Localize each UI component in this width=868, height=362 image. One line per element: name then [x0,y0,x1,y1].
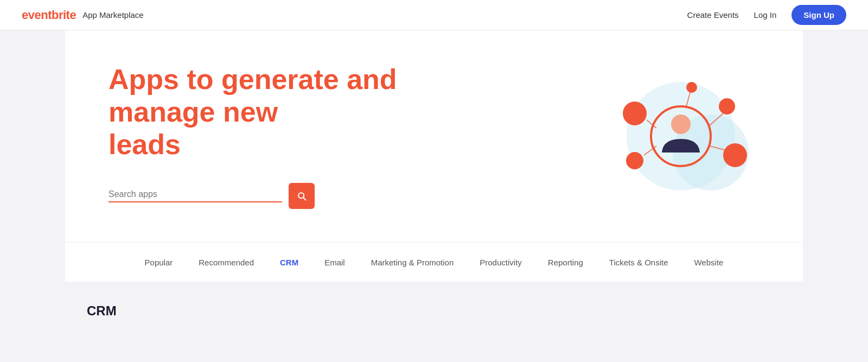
create-events-link[interactable]: Create Events [687,10,739,20]
hero-title: Apps to generate and manage newleads [108,63,434,161]
section-title: CRM [87,303,781,319]
content-section: CRM [0,282,868,340]
category-item-reporting[interactable]: Reporting [535,253,596,271]
category-item-productivity[interactable]: Productivity [467,253,535,271]
svg-point-6 [719,98,735,115]
search-input[interactable] [108,189,282,199]
category-item-crm[interactable]: CRM [267,253,311,271]
category-item-website[interactable]: Website [681,253,736,271]
hero-card: Apps to generate and manage newleads [65,30,803,282]
category-item-marketing[interactable]: Marketing & Promotion [358,253,467,271]
header-nav: Create Events Log In Sign Up [687,5,846,25]
signup-button[interactable]: Sign Up [792,5,846,25]
svg-point-5 [626,152,643,169]
category-nav: PopularRecommendedCRMEmailMarketing & Pr… [65,243,803,282]
svg-point-3 [671,115,691,134]
hero-content: Apps to generate and manage newleads [108,63,434,208]
search-input-wrapper [108,189,282,202]
svg-point-8 [686,82,697,93]
main-header: eventbrite App Marketplace Create Events… [0,0,868,30]
hero-section: Apps to generate and manage newleads [65,30,803,242]
header-logo-area: eventbrite App Marketplace [22,8,144,22]
category-item-email[interactable]: Email [311,253,358,271]
category-nav-wrapper: PopularRecommendedCRMEmailMarketing & Pr… [65,242,803,282]
category-item-recommended[interactable]: Recommended [186,253,267,271]
svg-point-7 [723,143,747,167]
login-link[interactable]: Log In [754,10,777,20]
network-illustration [586,66,760,207]
category-item-popular[interactable]: Popular [132,253,186,271]
marketplace-subtitle: App Marketplace [82,10,144,20]
category-item-tickets[interactable]: Tickets & Onsite [596,253,681,271]
svg-point-4 [623,101,647,125]
search-button[interactable] [289,183,315,209]
hero-illustration [586,66,760,207]
search-bar [108,183,315,209]
eventbrite-logo: eventbrite [22,8,76,22]
search-icon [296,190,307,201]
